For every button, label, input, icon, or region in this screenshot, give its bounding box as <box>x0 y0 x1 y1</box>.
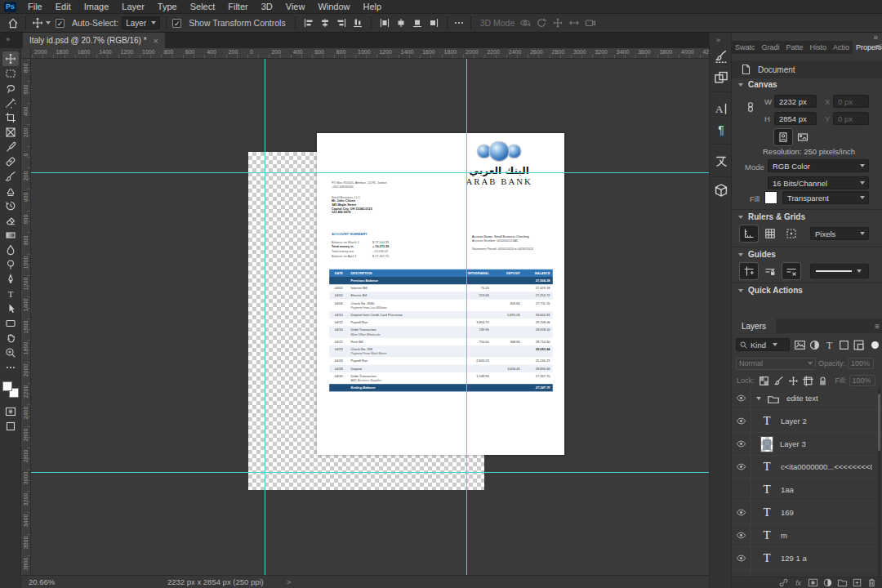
layer-row[interactable]: Layer 3 <box>732 433 882 456</box>
eyedropper-tool[interactable] <box>2 140 19 154</box>
libraries-icon[interactable] <box>714 183 728 198</box>
tool-preset-chevron-icon[interactable] <box>46 21 51 24</box>
layer-row[interactable]: T01.01.1990 <box>732 570 882 577</box>
layer-visibility-toggle[interactable] <box>732 387 751 410</box>
move-tool-icon[interactable] <box>32 17 43 29</box>
menu-3d[interactable]: 3D <box>255 0 279 13</box>
layer-visibility-toggle[interactable] <box>732 456 751 479</box>
clone-stamp-tool[interactable] <box>2 184 19 198</box>
tab-histo[interactable]: Histo <box>807 41 831 54</box>
align-left-icon[interactable] <box>303 17 314 29</box>
layers-scrollbar[interactable] <box>878 387 880 577</box>
show-transform-checkbox[interactable] <box>172 19 181 28</box>
dock-collapse-icon[interactable]: » <box>716 36 719 44</box>
more-tools[interactable] <box>2 360 19 375</box>
layer-visibility-toggle[interactable] <box>732 501 751 524</box>
lock-position-icon[interactable] <box>787 375 800 387</box>
magic-wand-tool[interactable] <box>2 96 19 110</box>
layer-fill-field[interactable]: 100% <box>849 375 875 386</box>
auto-select-target-dropdown[interactable]: Layer <box>122 16 160 29</box>
pen-tool[interactable] <box>2 272 19 287</box>
tab-actio[interactable]: Actio <box>830 41 853 54</box>
healing-brush-tool[interactable] <box>2 154 19 169</box>
menu-select[interactable]: Select <box>184 0 222 13</box>
vertical-guide[interactable] <box>466 59 467 575</box>
toggle-snap-button[interactable] <box>782 225 800 242</box>
new-group-icon[interactable] <box>837 577 848 588</box>
toggle-grid-button[interactable] <box>761 225 779 242</box>
hand-tool[interactable] <box>2 331 19 345</box>
lock-guides-button[interactable] <box>761 263 779 279</box>
layer-row[interactable]: T129 1 a <box>732 547 882 570</box>
layer-visibility-toggle[interactable] <box>732 479 751 501</box>
filter-kind-dropdown[interactable]: Kind <box>736 338 790 351</box>
distribute-left-icon[interactable] <box>379 17 390 29</box>
auto-select-checkbox[interactable] <box>56 19 65 28</box>
fill-dropdown[interactable]: Transparent <box>782 191 869 204</box>
foreground-color-swatch[interactable] <box>2 381 12 391</box>
eraser-tool[interactable] <box>2 213 19 228</box>
horizontal-ruler[interactable]: 2000180016001400120010008006004002000200… <box>31 48 709 59</box>
menu-image[interactable]: Image <box>78 0 116 13</box>
status-options-chevron[interactable]: > <box>287 577 292 586</box>
tab-gradi[interactable]: Gradi <box>759 41 783 54</box>
width-field[interactable]: 2232 px <box>774 95 817 108</box>
align-bottom-icon[interactable] <box>352 17 363 29</box>
quick-actions-section-header[interactable]: Quick Actions <box>732 286 803 295</box>
toolbar-collapse-icon[interactable]: » <box>6 35 9 43</box>
brush-tool[interactable] <box>2 169 19 184</box>
canvas-section-header[interactable]: Canvas <box>732 80 777 89</box>
layers-tab[interactable]: Layers <box>732 318 776 333</box>
color-swatches[interactable] <box>2 381 19 398</box>
layer-row[interactable]: edite text <box>732 387 882 410</box>
zoom-tool[interactable] <box>2 345 19 360</box>
filter-smart-objects-icon[interactable] <box>853 339 865 351</box>
vertical-guide[interactable] <box>265 59 265 575</box>
fill-swatch[interactable] <box>764 191 777 204</box>
height-field[interactable]: 2854 px <box>774 112 817 125</box>
tab-patte[interactable]: Patte <box>783 41 807 54</box>
vertical-ruler[interactable]: 8006004002000200400600800100012001400160… <box>21 59 31 575</box>
panel-menu-icon[interactable]: ≡ <box>875 42 879 51</box>
units-dropdown[interactable]: Pixels <box>810 227 869 240</box>
new-guide-button[interactable] <box>740 263 758 279</box>
layer-visibility-toggle[interactable] <box>732 547 751 570</box>
blur-tool[interactable] <box>2 243 19 257</box>
layer-visibility-toggle[interactable] <box>732 524 751 547</box>
distribute-bottom-icon[interactable] <box>412 17 423 29</box>
crop-tool[interactable] <box>2 110 19 125</box>
menu-view[interactable]: View <box>279 0 312 13</box>
menu-edit[interactable]: Edit <box>49 0 78 13</box>
new-adjustment-layer-icon[interactable] <box>822 577 833 588</box>
delete-layer-icon[interactable] <box>866 577 877 588</box>
link-layers-icon[interactable] <box>778 577 789 588</box>
layer-filter-toggle[interactable] <box>871 341 879 349</box>
more-options-icon[interactable] <box>453 17 465 29</box>
canvas-viewport[interactable]: البنك العربي ARAB BANK PO Box 950545, Am… <box>31 59 709 575</box>
toggle-rulers-button[interactable] <box>740 225 758 242</box>
group-expand-chevron-icon[interactable] <box>756 397 761 400</box>
rulers-grids-section-header[interactable]: Rulers & Grids <box>732 212 805 221</box>
glyphs-panel-icon[interactable] <box>714 154 728 168</box>
layer-visibility-toggle[interactable] <box>732 433 751 456</box>
link-dimensions-icon[interactable] <box>745 101 756 113</box>
horizontal-guide[interactable] <box>31 472 709 473</box>
brush-settings-icon[interactable] <box>714 49 728 64</box>
dodge-tool[interactable] <box>2 257 19 272</box>
filter-pixel-layers-icon[interactable] <box>794 339 806 351</box>
layer-visibility-toggle[interactable] <box>732 410 751 433</box>
add-mask-icon[interactable] <box>808 577 818 588</box>
layer-visibility-toggle[interactable] <box>732 570 751 577</box>
move-tool[interactable] <box>2 51 19 66</box>
lasso-tool[interactable] <box>2 81 19 96</box>
align-center-horizontal-icon[interactable] <box>319 17 331 29</box>
portrait-orientation-button[interactable] <box>774 129 792 145</box>
menu-layer[interactable]: Layer <box>115 0 151 13</box>
quick-mask-icon[interactable] <box>2 404 19 419</box>
menu-help[interactable]: Help <box>357 0 389 13</box>
filter-shape-layers-icon[interactable] <box>838 339 850 351</box>
tab-swatc[interactable]: Swatc <box>732 41 759 54</box>
menu-window[interactable]: Window <box>311 0 356 13</box>
layer-effects-icon[interactable]: fx <box>793 579 804 587</box>
distribute-center-icon[interactable] <box>395 17 407 29</box>
